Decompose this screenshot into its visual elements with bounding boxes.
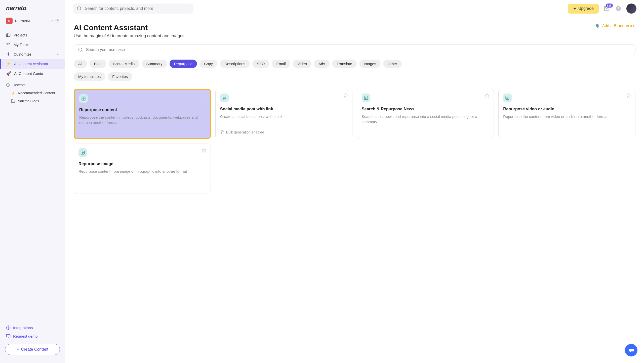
sidebar-item-ai-assistant[interactable]: ⚡ AI Content Assistant — [0, 59, 65, 69]
favorite-star-icon[interactable] — [202, 148, 207, 153]
integrations-link[interactable]: Integrations — [5, 323, 60, 332]
usecase-card[interactable]: Repurpose video or audioRepurpose the co… — [498, 89, 635, 139]
card-description: Repurpose content from image or infograp… — [78, 169, 206, 174]
favorite-star-icon[interactable] — [485, 93, 490, 98]
bolt-icon: ⚡ — [11, 91, 15, 95]
filter-chip-copy[interactable]: Copy — [199, 60, 217, 68]
recent-item-label: Recommended Content — [18, 91, 55, 95]
monitor-icon — [6, 334, 11, 338]
sidebar-item-label: AI Content Genie — [14, 71, 43, 76]
filter-chip-translate[interactable]: Translate — [332, 60, 357, 68]
svg-line-17 — [82, 51, 83, 52]
filter-chip-images[interactable]: Images — [359, 60, 381, 68]
card-icon — [220, 94, 229, 102]
checklist-icon — [6, 42, 11, 47]
sparkle-icon: ✦ — [573, 6, 576, 11]
briefcase-icon — [6, 33, 11, 37]
sidebar-item-tasks[interactable]: My Tasks — [0, 40, 65, 49]
filter-chip-other[interactable]: Other — [383, 60, 402, 68]
gear-icon[interactable] — [55, 19, 59, 23]
sidebar-item-label: Projects — [14, 33, 27, 37]
card-title: Repurpose content — [79, 107, 205, 112]
svg-marker-38 — [627, 94, 631, 98]
card-title: Social media post with link — [220, 107, 348, 111]
search-icon — [77, 6, 82, 11]
mic-icon: 🎙️ — [595, 23, 600, 28]
sidebar-item-customize[interactable]: Customize ▸ — [0, 49, 65, 59]
upgrade-button[interactable]: ✦ Upgrade — [568, 4, 599, 14]
anchor-icon — [6, 325, 11, 330]
favorite-star-icon[interactable] — [201, 94, 206, 99]
sidebar-item-ai-genie[interactable]: 🚀 AI Content Genie — [0, 69, 65, 78]
add-brand-voice-link[interactable]: 🎙️ Add a Brand Voice — [595, 23, 635, 28]
sidebar-item-projects[interactable]: Projects — [0, 30, 65, 40]
card-icon — [362, 94, 370, 102]
create-content-button[interactable]: + Create Content — [5, 344, 60, 355]
brand-logo[interactable]: narrato — [0, 3, 65, 16]
card-icon — [503, 94, 512, 102]
svg-line-26 — [225, 96, 225, 100]
workspace-switcher[interactable]: N NarratoM... — [0, 16, 65, 28]
svg-marker-27 — [343, 94, 348, 98]
clock-icon — [6, 83, 10, 87]
chat-fab[interactable] — [625, 344, 637, 356]
filter-chip-social-media[interactable]: Social Media — [109, 60, 139, 68]
usecase-card[interactable]: Repurpose imageRepurpose content from im… — [74, 144, 211, 194]
filter-chip-summary[interactable]: Summary — [142, 60, 167, 68]
global-search[interactable] — [73, 4, 193, 14]
workspace-name: NarratoM... — [15, 19, 47, 23]
chevron-right-icon: ▸ — [57, 52, 59, 56]
bolt-icon: ⚡ — [6, 61, 11, 66]
filter-chip-video[interactable]: Video — [293, 60, 311, 68]
card-description: Search latest news and repurpose into a … — [362, 114, 489, 124]
usecase-card[interactable]: Repurpose contentRepurpose the content i… — [74, 89, 211, 139]
chevron-down-icon[interactable] — [50, 19, 53, 23]
copy-icon — [220, 130, 224, 134]
filter-chip-email[interactable]: Email — [272, 60, 290, 68]
svg-rect-2 — [7, 34, 10, 37]
usecase-search[interactable] — [74, 44, 635, 55]
folder-icon — [11, 99, 15, 103]
help-button[interactable]: ? — [615, 5, 622, 12]
svg-text:?: ? — [617, 7, 619, 11]
sidebar-item-label: AI Content Assistant — [14, 62, 48, 66]
filter-chip-blog[interactable]: Blog — [90, 60, 106, 68]
search-icon — [78, 47, 83, 52]
recent-item[interactable]: Narrato Blogs — [0, 97, 65, 105]
favorite-star-icon[interactable] — [626, 93, 631, 98]
page-title: AI Content Assistant — [74, 23, 184, 32]
bulk-enabled-tag: Bulk generation enabled — [220, 127, 348, 134]
svg-point-1 — [57, 20, 58, 21]
usecase-card[interactable]: Social media post with linkCreate a soci… — [215, 89, 352, 139]
avatar[interactable] — [626, 4, 636, 14]
request-demo-link[interactable]: Request demo — [5, 332, 60, 340]
filter-row-2: My templatesFavorites — [74, 72, 635, 81]
filter-chip-all[interactable]: All — [74, 60, 87, 68]
usecase-search-input[interactable] — [86, 48, 631, 52]
main-panel: ✦ Upgrade 518 ? AI Content Assistant Use… — [65, 0, 644, 363]
inbox-button[interactable]: 518 — [603, 5, 610, 12]
page-subtitle: Use the magic of AI to create amazing co… — [74, 33, 184, 38]
svg-line-25 — [224, 96, 224, 100]
topbar: ✦ Upgrade 518 ? — [65, 0, 644, 17]
favorite-star-icon[interactable] — [343, 93, 348, 98]
filter-chip-my-templates[interactable]: My templates — [74, 72, 105, 81]
svg-rect-28 — [222, 132, 224, 134]
svg-point-7 — [8, 326, 9, 327]
usecase-card[interactable]: Search & Repurpose NewsSearch latest new… — [357, 89, 494, 139]
notification-badge: 518 — [606, 4, 613, 8]
filter-chip-favorites[interactable]: Favorites — [108, 72, 132, 81]
recent-item-label: Narrato Blogs — [18, 99, 39, 103]
recent-item[interactable]: ⚡ Recommended Content — [0, 89, 65, 97]
global-search-input[interactable] — [85, 6, 189, 11]
svg-marker-22 — [201, 94, 205, 98]
filter-chip-ads[interactable]: Ads — [314, 60, 330, 68]
filter-chip-repurpose[interactable]: Repurpose — [170, 60, 197, 68]
plus-icon: + — [17, 347, 19, 352]
card-title: Search & Repurpose News — [362, 107, 489, 111]
filter-chip-seo[interactable]: SEO — [252, 60, 269, 68]
filter-chip-descriptions[interactable]: Descriptions — [220, 60, 250, 68]
card-icon — [79, 94, 88, 103]
help-icon: ? — [615, 6, 621, 12]
card-description: Repurpose the content in videos, podcast… — [79, 115, 205, 125]
